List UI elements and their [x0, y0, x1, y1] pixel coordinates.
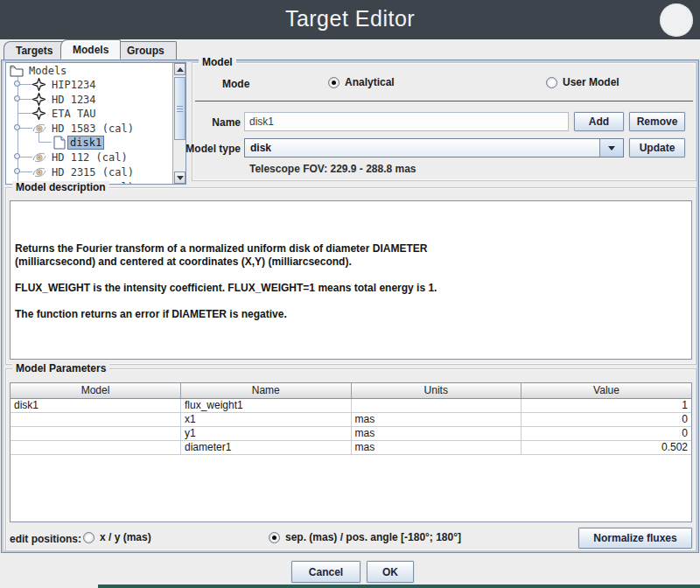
star-icon: [32, 107, 46, 121]
tree-item-label: HD 2315 (cal): [50, 166, 136, 178]
tree-item-label: ETA TAU: [50, 108, 98, 120]
cell-units[interactable]: mas: [351, 426, 522, 440]
model-panel-title: Model: [199, 56, 236, 69]
tree-item-hip1234[interactable]: HIP1234: [6, 77, 172, 92]
tree-root-row[interactable]: Models: [6, 63, 172, 78]
position-radio-sep-angle[interactable]: sep. (mas) / pos. angle [-180°; 180°]: [269, 531, 461, 543]
thumb-grip: [177, 106, 183, 112]
arrow-up-icon: [177, 67, 184, 72]
tree-item-hd2315[interactable]: HD 2315 (cal): [6, 164, 172, 179]
combobox-value: disk: [245, 142, 599, 154]
col-header-model[interactable]: Model: [10, 383, 181, 398]
calibrator-icon: [32, 122, 46, 136]
tree-item-disk1[interactable]: disk1: [6, 135, 172, 150]
tree-root-label: Models: [27, 65, 68, 77]
description-panel-title: Model description: [12, 181, 109, 194]
tree-item-hd1234[interactable]: HD 1234: [6, 92, 172, 107]
cell-name[interactable]: flux_weight1: [181, 398, 352, 412]
table-row[interactable]: disk1 flux_weight1 1: [10, 398, 691, 412]
cell-name[interactable]: diameter1: [181, 440, 352, 454]
cancel-button[interactable]: Cancel: [291, 561, 360, 583]
tree-item-hd1583[interactable]: HD 1583 (cal): [6, 121, 172, 136]
model-type-label: Model type: [184, 143, 241, 155]
description-text-area[interactable]: Returns the Fourier transform of a norma…: [10, 200, 692, 360]
cell-value[interactable]: 0: [522, 412, 692, 426]
name-input[interactable]: [244, 112, 569, 131]
normalize-fluxes-label: Normalize fluxes: [593, 532, 676, 544]
tab-targets[interactable]: Targets: [4, 41, 65, 60]
target-editor-dialog: Target Editor Targets Models Groups: [0, 0, 700, 588]
cell-name[interactable]: y1: [181, 426, 352, 440]
name-label: Name: [192, 116, 241, 129]
parameters-table-wrap: Model Name Units Value disk1 flux_weight…: [10, 382, 692, 522]
model-type-combobox[interactable]: disk: [244, 138, 624, 158]
model-panel: Model Mode Analytical User Model Name Ad…: [192, 62, 696, 181]
cell-units[interactable]: [351, 398, 522, 412]
arrow-down-icon: [177, 176, 184, 180]
cell-model[interactable]: [10, 426, 181, 440]
telescope-fov-text: Telescope FOV: 229.9 - 288.8 mas: [249, 163, 416, 175]
cell-value[interactable]: 0: [522, 426, 692, 440]
tab-content: Models HIP1234 HD 1234 ETA TAU: [1, 60, 699, 553]
tree-item-label: disk1: [68, 136, 103, 149]
cell-units[interactable]: mas: [351, 440, 522, 454]
tab-label: Groups: [127, 45, 164, 57]
folder-icon: [10, 64, 24, 78]
cell-model[interactable]: [10, 440, 181, 454]
calibrator-icon: [32, 165, 46, 179]
ok-button-label: OK: [382, 566, 398, 578]
table-header-row: Model Name Units Value: [10, 383, 691, 398]
cancel-button-label: Cancel: [309, 566, 343, 578]
col-header-value[interactable]: Value: [522, 383, 692, 398]
cell-model[interactable]: disk1: [10, 398, 181, 412]
col-header-name[interactable]: Name: [181, 383, 352, 398]
tab-label: Models: [73, 44, 108, 56]
table-row[interactable]: y1 mas 0: [10, 426, 691, 440]
tree-item-etatau[interactable]: ETA TAU: [6, 106, 172, 121]
window-logo-circle[interactable]: [660, 4, 693, 37]
update-button[interactable]: Update: [629, 138, 685, 158]
tree-item-label: HIP1234: [50, 79, 98, 91]
radio-icon: [269, 532, 280, 543]
star-icon: [32, 78, 46, 92]
mode-radio-user-model[interactable]: User Model: [546, 76, 620, 88]
add-button[interactable]: Add: [574, 112, 624, 131]
radio-label: x / y (mas): [100, 531, 151, 543]
tab-groups[interactable]: Groups: [115, 41, 177, 60]
position-radio-xy[interactable]: x / y (mas): [83, 531, 151, 543]
mode-radio-analytical[interactable]: Analytical: [328, 76, 395, 88]
remove-button-label: Remove: [637, 116, 678, 128]
table-row[interactable]: diameter1 mas 0.502: [10, 440, 691, 454]
scroll-down-button[interactable]: [174, 172, 186, 184]
cell-model[interactable]: [10, 412, 181, 426]
cell-units[interactable]: mas: [351, 412, 522, 426]
remove-button[interactable]: Remove: [629, 112, 685, 131]
scrollbar-thumb[interactable]: [174, 77, 186, 140]
table-row[interactable]: x1 mas 0: [10, 412, 691, 426]
model-parameters-panel: Model Parameters Model Name Units Value …: [5, 368, 696, 551]
cell-value[interactable]: 0.502: [522, 440, 692, 454]
add-button-label: Add: [589, 116, 609, 128]
mode-label: Mode: [222, 78, 249, 90]
desktop-strip: [98, 584, 700, 588]
ok-button[interactable]: OK: [367, 561, 414, 583]
tree-item-hd112[interactable]: HD 112 (cal): [6, 150, 172, 164]
models-tree[interactable]: Models HIP1234 HD 1234 ETA TAU: [5, 62, 186, 185]
cell-name[interactable]: x1: [181, 412, 352, 426]
normalize-fluxes-button[interactable]: Normalize fluxes: [578, 528, 692, 549]
tab-models[interactable]: Models: [60, 39, 121, 60]
calibrator-icon: [32, 150, 46, 164]
col-header-units[interactable]: Units: [351, 383, 522, 398]
star-icon: [32, 93, 46, 107]
parameters-table[interactable]: Model Name Units Value disk1 flux_weight…: [10, 383, 691, 455]
tree-scrollbar[interactable]: [172, 63, 186, 184]
window-title: Target Editor: [0, 6, 700, 32]
combobox-dropdown-button[interactable]: [599, 139, 623, 157]
model-file-icon: [53, 136, 67, 150]
tree-item-label: HD 112 (cal): [50, 151, 130, 164]
scroll-up-button[interactable]: [174, 63, 186, 75]
radio-icon: [328, 77, 340, 88]
cell-value[interactable]: 1: [522, 398, 692, 412]
description-text: Returns the Fourier transform of a norma…: [15, 203, 687, 321]
radio-label: Analytical: [345, 76, 395, 88]
